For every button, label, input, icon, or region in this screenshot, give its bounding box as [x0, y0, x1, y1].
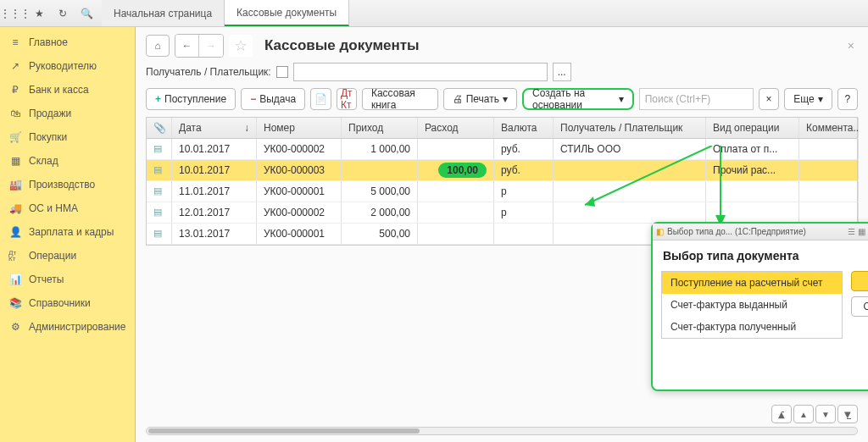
col-income[interactable]: Приход — [342, 118, 418, 138]
cell-expense: 100,00 — [418, 160, 494, 180]
books-icon: 📚 — [8, 296, 22, 310]
sidebar-item-warehouse[interactable]: ▦Склад — [0, 149, 135, 173]
last-row-button[interactable]: ▼̲ — [837, 405, 858, 423]
home-button[interactable]: ⌂ — [146, 35, 170, 57]
ok-button[interactable]: ОК — [851, 271, 868, 291]
bag-icon: 🛍 — [8, 107, 22, 120]
back-button[interactable]: ← — [175, 35, 199, 57]
col-number[interactable]: Номер — [257, 118, 342, 138]
cell-optype: Прочий рас... — [706, 160, 799, 180]
cell-date: 11.01.2017 — [172, 181, 257, 202]
col-optype[interactable]: Вид операции — [706, 118, 799, 138]
calc-icon[interactable]: ▦ — [858, 227, 865, 236]
sidebar-item-assets[interactable]: 🚚ОС и НМА — [0, 196, 135, 220]
cashbook-button[interactable]: Кассовая книга — [362, 88, 438, 110]
help-button[interactable]: ? — [837, 88, 858, 110]
forward-button: → — [199, 35, 223, 57]
chevron-down-icon: ▾ — [503, 93, 508, 105]
chart-icon: ↗ — [8, 59, 22, 73]
table-row[interactable]: ▤10.01.2017УК00-0000021 000,00руб.СТИЛЬ … — [147, 139, 857, 160]
sidebar-item-label: Главное — [29, 36, 68, 48]
cell-number: УК00-000003 — [257, 160, 342, 180]
minus-icon: − — [250, 93, 256, 105]
apps-icon[interactable]: ⋮⋮⋮ — [5, 3, 25, 24]
post-button[interactable]: ДтКт — [337, 88, 357, 110]
sidebar-item-admin[interactable]: ⚙Администрирование — [0, 315, 135, 339]
favorite-icon[interactable]: ☆ — [229, 35, 253, 57]
cell-currency: р — [494, 202, 554, 223]
sidebar-item-operations[interactable]: Дт КтОперации — [0, 244, 135, 268]
sidebar-item-bank[interactable]: ₽Банк и касса — [0, 78, 135, 102]
cell-comment — [799, 181, 859, 202]
table-row[interactable]: ▤10.01.2017УК00-000003100,00руб.Прочий р… — [147, 160, 857, 181]
tab-start-page[interactable]: Начальная страница — [102, 0, 225, 26]
first-row-button[interactable]: ▲̄ — [771, 405, 792, 423]
next-row-button[interactable]: ▼ — [815, 405, 836, 423]
cell-income: 5 000,00 — [342, 181, 418, 202]
factory-icon: 🏭 — [8, 178, 22, 191]
cell-payer — [554, 181, 706, 202]
issue-button[interactable]: −Выдача — [241, 88, 305, 110]
copy-button[interactable]: 📄 — [310, 88, 331, 110]
cell-income: 1 000,00 — [342, 139, 418, 159]
tool-icon[interactable]: ☰ — [848, 227, 855, 236]
filter-input[interactable] — [293, 63, 548, 81]
cell-comment — [799, 202, 859, 223]
sidebar-item-label: Продажи — [29, 108, 71, 119]
sidebar-item-payroll[interactable]: 👤Зарплата и кадры — [0, 220, 135, 244]
filter-select-button[interactable]: ... — [553, 63, 571, 81]
doc-status-icon: ▤ — [147, 224, 172, 244]
receipt-button[interactable]: +Поступление — [146, 88, 236, 110]
cell-payer — [554, 202, 706, 223]
ruble-icon: ₽ — [8, 83, 22, 97]
col-date[interactable]: Дата↓ — [172, 118, 257, 138]
col-expense[interactable]: Расход — [418, 118, 494, 138]
sidebar-item-reports[interactable]: 📊Отчеты — [0, 268, 135, 291]
col-currency[interactable]: Валюта — [494, 118, 554, 138]
sidebar-item-label: Операции — [29, 250, 76, 262]
cell-number: УК00-000001 — [257, 181, 342, 202]
cell-currency: руб. — [494, 160, 554, 180]
popup-titlebar[interactable]: ◧ Выбор типа до... (1С:Предприятие) ☰ ▦ … — [653, 224, 868, 240]
chevron-down-icon: ▾ — [818, 93, 823, 105]
sidebar-item-main[interactable]: ≡Главное — [0, 30, 135, 54]
clear-search-button[interactable]: × — [759, 88, 779, 110]
sidebar-item-label: Банк и касса — [29, 84, 89, 96]
doc-type-item[interactable]: Счет-фактура полученный — [662, 316, 842, 338]
dtkt-icon: Дт Кт — [8, 249, 22, 262]
table-row[interactable]: ▤12.01.2017УК00-0000022 000,00р — [147, 202, 857, 224]
sidebar-item-production[interactable]: 🏭Производство — [0, 173, 135, 196]
col-attach[interactable]: 📎 — [147, 118, 172, 138]
col-payer[interactable]: Получатель / Плательщик — [554, 118, 706, 138]
receipt-label: Поступление — [164, 93, 226, 105]
filter-label: Получатель / Плательщик: — [146, 66, 271, 78]
sidebar-item-references[interactable]: 📚Справочники — [0, 291, 135, 315]
history-icon[interactable]: ↻ — [53, 3, 73, 24]
cell-expense — [418, 202, 494, 223]
search-icon[interactable]: 🔍 — [76, 3, 97, 24]
table-row[interactable]: ▤11.01.2017УК00-0000015 000,00р — [147, 181, 857, 202]
print-button[interactable]: 🖨Печать▾ — [443, 88, 517, 110]
col-comment[interactable]: Коммента... — [799, 118, 859, 138]
chevron-down-icon: ▾ — [619, 93, 624, 105]
cancel-button[interactable]: Отмена — [851, 296, 868, 317]
close-icon[interactable]: × — [844, 36, 858, 56]
create-based-on-button[interactable]: Создать на основании▾ — [522, 88, 634, 110]
sidebar-item-sales[interactable]: 🛍Продажи — [0, 102, 135, 125]
horizontal-scrollbar[interactable] — [146, 427, 858, 435]
more-button[interactable]: Еще▾ — [784, 88, 832, 110]
tab-cash-documents[interactable]: Кассовые документы — [225, 0, 349, 26]
doc-type-item[interactable]: Поступление на расчетный счет — [662, 272, 842, 294]
sidebar-item-purchases[interactable]: 🛒Покупки — [0, 125, 135, 149]
sidebar-item-label: Администрирование — [29, 321, 125, 333]
sidebar-item-manager[interactable]: ↗Руководителю — [0, 54, 135, 78]
search-input[interactable]: Поиск (Ctrl+F) — [639, 88, 754, 110]
sidebar-item-label: Склад — [29, 155, 58, 167]
cell-date: 10.01.2017 — [172, 139, 257, 159]
doc-type-item[interactable]: Счет-фактура выданный — [662, 294, 842, 316]
filter-checkbox[interactable] — [276, 66, 288, 78]
prev-row-button[interactable]: ▲ — [793, 405, 814, 423]
star-icon[interactable]: ★ — [29, 3, 49, 24]
doc-status-icon: ▤ — [147, 202, 172, 223]
scrollbar-thumb[interactable] — [148, 428, 420, 434]
